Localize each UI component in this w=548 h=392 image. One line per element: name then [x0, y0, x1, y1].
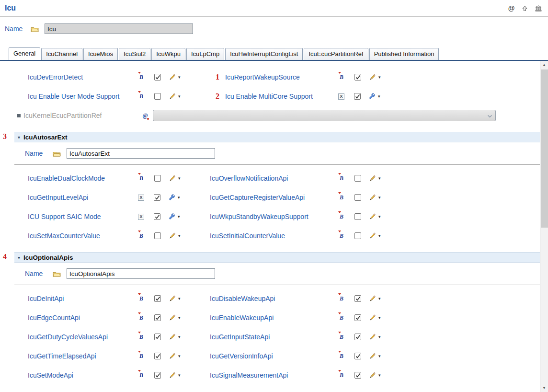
param-label: IcuWkpuStandbyWakeupSupport [210, 213, 308, 220]
edit-pencil-icon[interactable] [169, 353, 176, 359]
dropdown-caret-icon[interactable]: ▾ [378, 373, 381, 378]
module-name-input[interactable] [45, 23, 193, 34]
dropdown-caret-icon[interactable]: ▾ [178, 195, 180, 200]
checkbox[interactable] [154, 353, 161, 359]
section-header[interactable]: 3▾IcuAutosarExt [14, 132, 540, 142]
checkbox[interactable] [354, 175, 361, 182]
checkbox[interactable] [354, 74, 361, 81]
tab-icuhwinterruptconfiglist[interactable]: IcuHwInterruptConfigList [225, 48, 303, 60]
checkbox[interactable] [154, 232, 161, 239]
edit-pencil-icon[interactable] [169, 175, 176, 182]
edit-pencil-icon[interactable] [169, 74, 176, 81]
tab-icuwkpu[interactable]: IcuWkpu [151, 48, 185, 60]
tab-published-information[interactable]: Published Information [369, 48, 439, 60]
edit-pencil-icon[interactable] [369, 194, 377, 201]
dropdown-caret-icon[interactable]: ▾ [378, 195, 381, 200]
edit-pencil-icon[interactable] [169, 93, 176, 100]
tab-icusiul2[interactable]: IcuSiul2 [119, 48, 150, 60]
checkbox[interactable] [154, 175, 161, 182]
checkbox[interactable] [354, 93, 361, 100]
edit-pencil-icon[interactable] [369, 74, 377, 81]
annotation-number: 1 [210, 73, 225, 81]
dropdown-caret-icon[interactable]: ▾ [178, 233, 181, 238]
scroll-down-button[interactable]: ▼ [540, 384, 548, 392]
dropdown-caret-icon[interactable]: ▾ [378, 315, 381, 320]
dropdown-caret-icon[interactable]: ▾ [178, 75, 181, 80]
dropdown-caret-icon[interactable]: ▾ [378, 75, 381, 80]
checkbox[interactable] [354, 194, 361, 201]
dropdown-caret-icon[interactable]: ▾ [178, 296, 181, 301]
tab-general[interactable]: General [9, 47, 40, 60]
checkbox[interactable] [354, 295, 361, 302]
navigate-up-icon[interactable] [521, 4, 529, 12]
scrollbar-thumb[interactable] [541, 69, 548, 228]
checkbox[interactable] [354, 232, 361, 239]
edit-pencil-icon[interactable] [369, 175, 377, 182]
wrench-icon[interactable] [169, 194, 176, 201]
checkbox[interactable] [154, 74, 161, 81]
dropdown-caret-icon[interactable]: ▾ [178, 315, 181, 320]
dropdown-caret-icon[interactable]: ▾ [378, 334, 381, 339]
wrench-icon[interactable] [369, 93, 376, 100]
tab-icuchannel[interactable]: IcuChannel [41, 48, 82, 60]
dropdown-caret-icon[interactable]: ▾ [378, 296, 381, 301]
section-header[interactable]: 4▾IcuOptionalApis [14, 252, 540, 263]
dropdown-caret-icon[interactable]: ▾ [178, 94, 181, 99]
checkbox[interactable] [154, 314, 161, 321]
edit-pencil-icon[interactable] [169, 314, 176, 321]
edit-pencil-icon[interactable] [369, 295, 377, 302]
checkbox[interactable] [354, 353, 361, 359]
edit-pencil-icon[interactable] [169, 232, 176, 239]
dropdown-caret-icon[interactable]: ▾ [378, 354, 381, 358]
dropdown-caret-icon[interactable]: ▾ [178, 354, 181, 358]
parameter-cell: IcuSetInitialCounterValueB▾ [210, 232, 540, 240]
param-label-wrap: IcuWkpuStandbyWakeupSupport [210, 213, 338, 220]
dropdown-caret-icon[interactable]: ▾ [378, 176, 381, 181]
tab-icuecucpartitionref[interactable]: IcuEcucPartitionRef [304, 48, 368, 60]
at-icon[interactable]: @ [507, 4, 515, 12]
dropdown-caret-icon[interactable]: ▾ [178, 334, 181, 339]
checkbox[interactable] [354, 213, 361, 220]
checkbox[interactable] [354, 372, 361, 379]
checkbox[interactable] [154, 93, 161, 100]
dropdown-caret-icon[interactable]: ▾ [378, 214, 381, 219]
collapse-triangle-icon[interactable]: ▾ [18, 255, 20, 260]
section-name-input[interactable] [67, 268, 215, 279]
checkbox[interactable] [154, 295, 161, 302]
edit-pencil-icon[interactable] [369, 232, 377, 239]
dropdown-caret-icon[interactable]: ▾ [378, 233, 381, 238]
edit-pencil-icon[interactable] [169, 295, 176, 302]
name-label: Name [25, 270, 53, 277]
checkbox[interactable] [154, 372, 161, 379]
param-label: IcuGetTimeElapsedApi [28, 352, 96, 360]
dropdown-caret-icon[interactable]: ▾ [378, 94, 380, 99]
edit-pencil-icon[interactable] [369, 314, 377, 321]
dropdown-caret-icon[interactable]: ▾ [178, 373, 181, 378]
titlebar: Icu @ [0, 0, 548, 16]
section-name-input[interactable] [67, 148, 215, 159]
collapse-triangle-icon[interactable]: ▾ [18, 135, 20, 140]
page-title: Icu [5, 4, 16, 12]
checkbox[interactable] [154, 213, 160, 220]
dropdown-caret-icon[interactable]: ▾ [178, 214, 180, 219]
tab-iculpcmp[interactable]: IcuLpCmp [186, 48, 224, 60]
edit-pencil-icon[interactable] [169, 372, 176, 379]
checkbox[interactable] [154, 334, 161, 340]
wrench-icon[interactable] [169, 213, 176, 220]
combobox-chevron-icon[interactable] [487, 112, 492, 119]
dropdown-caret-icon[interactable]: ▾ [178, 176, 181, 181]
checkbox[interactable] [154, 194, 160, 201]
edit-pencil-icon[interactable] [369, 334, 377, 340]
scroll-up-button[interactable]: ▲ [540, 61, 548, 69]
vertical-scrollbar[interactable]: ▲ ▼ [540, 61, 548, 392]
tab-icuemios[interactable]: IcueMios [83, 48, 118, 60]
checkbox[interactable] [354, 314, 361, 321]
checkbox[interactable] [354, 334, 361, 340]
library-icon[interactable] [534, 4, 542, 12]
edit-pencil-icon[interactable] [369, 213, 377, 220]
partition-ref-combobox[interactable] [153, 110, 496, 121]
edit-pencil-icon[interactable] [169, 334, 176, 340]
edit-pencil-icon[interactable] [369, 372, 377, 379]
section-icuautosarext: 3▾IcuAutosarExtNameIcuEnableDualClockMod… [0, 132, 540, 245]
edit-pencil-icon[interactable] [369, 353, 377, 359]
